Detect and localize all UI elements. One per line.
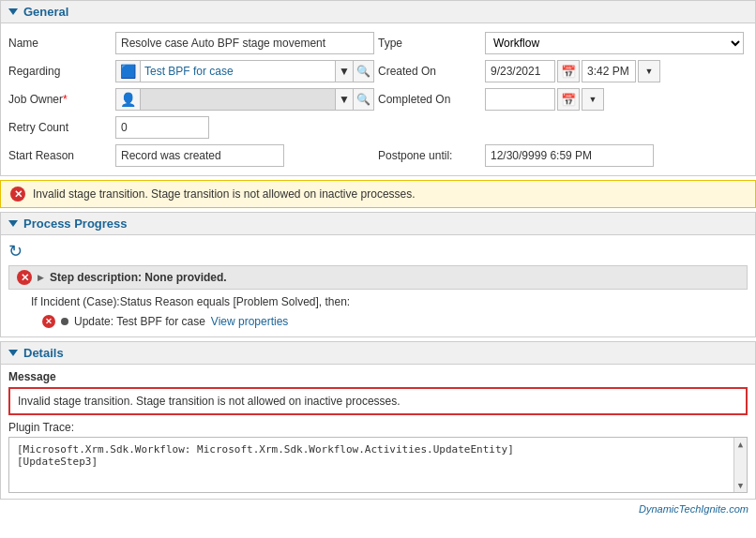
action-error-icon: ✕ (42, 315, 55, 328)
type-label: Type (378, 29, 481, 57)
start-reason-input[interactable] (115, 144, 284, 167)
refresh-icon[interactable]: ↻ (8, 241, 23, 262)
start-reason-label: Start Reason (8, 142, 112, 170)
job-owner-expand-btn[interactable]: ▼ (335, 89, 353, 110)
details-collapse-icon (8, 350, 18, 356)
action-text: Update: Test BPF for case (74, 315, 205, 328)
plugin-trace-line1: [Microsoft.Xrm.Sdk.Workflow: Microsoft.X… (17, 443, 739, 456)
step-chevron: ▶ (38, 273, 44, 282)
created-on-date-field: 📅 ▼ (485, 60, 660, 82)
step-error-icon: ✕ (17, 270, 32, 285)
created-on-time-btn[interactable]: ▼ (638, 60, 660, 82)
view-properties-link[interactable]: View properties (211, 315, 289, 328)
regarding-expand-btn[interactable]: ▼ (335, 61, 353, 82)
name-value-cell (112, 29, 378, 57)
scrollbar-up[interactable]: ▲ (736, 438, 745, 451)
details-section-header[interactable]: Details (1, 342, 755, 365)
job-owner-lookup[interactable]: 👤 ▼ 🔍 (115, 88, 374, 111)
regarding-lookup[interactable]: 🟦 Test BPF for case ▼ 🔍 (115, 60, 374, 82)
regarding-icon: 🟦 (116, 61, 141, 82)
retry-count-input[interactable] (115, 116, 209, 139)
plugin-trace-scrollbar[interactable]: ▲ ▼ (733, 438, 747, 492)
type-select[interactable]: Workflow (485, 32, 744, 54)
message-box: Invalid stage transition. Stage transiti… (8, 387, 748, 415)
details-content: Message Invalid stage transition. Stage … (1, 365, 755, 499)
plugin-trace-box[interactable]: [Microsoft.Xrm.Sdk.Workflow: Microsoft.X… (8, 437, 748, 493)
step-action: ✕ Update: Test BPF for case View propert… (8, 312, 748, 331)
general-section-header[interactable]: General (1, 1, 755, 23)
error-message: Invalid stage transition. Stage transiti… (33, 187, 416, 201)
name-label: Name (8, 29, 112, 57)
watermark: DynamicTechIgnite.com (0, 500, 756, 518)
completed-on-date-field: 📅 ▼ (485, 88, 604, 111)
message-label: Message (8, 370, 748, 383)
general-form: Name Type Workflow Regarding 🟦 Test BPF … (1, 23, 755, 175)
regarding-value-cell: 🟦 Test BPF for case ▼ 🔍 (112, 57, 378, 85)
error-icon: ✕ (10, 187, 25, 202)
plugin-trace-line2: [UpdateStep3] (17, 456, 739, 468)
step-condition: If Incident (Case):Status Reason equals … (8, 291, 748, 312)
created-on-label: Created On (378, 57, 481, 85)
error-banner: ✕ Invalid stage transition. Stage transi… (0, 180, 756, 208)
retry-count-value-cell (112, 113, 378, 142)
job-owner-label: Job Owner (8, 85, 112, 113)
regarding-label: Regarding (8, 57, 112, 85)
empty-value-1 (481, 113, 748, 142)
general-collapse-icon (8, 8, 18, 15)
start-reason-value-cell (112, 142, 378, 170)
general-title: General (23, 5, 68, 19)
step-label: Step description: None provided. (50, 271, 227, 284)
general-section: General Name Type Workflow Regarding 🟦 T… (0, 0, 756, 176)
action-bullet (61, 318, 68, 325)
postpone-until-label: Postpone until: (378, 142, 481, 170)
completed-on-label: Completed On (378, 85, 481, 113)
plugin-trace-label: Plugin Trace: (8, 421, 748, 434)
job-owner-text (141, 89, 335, 110)
scrollbar-down[interactable]: ▼ (736, 479, 745, 492)
process-progress-section: Process Progress ↻ ✕ ▶ Step description:… (0, 212, 756, 337)
created-on-value-cell: 📅 ▼ (481, 57, 748, 85)
created-on-time-input[interactable] (582, 60, 636, 82)
process-progress-header[interactable]: Process Progress (1, 213, 755, 235)
job-owner-value-cell: 👤 ▼ 🔍 (112, 85, 378, 113)
job-owner-icon: 👤 (116, 89, 141, 110)
regarding-search-btn[interactable]: 🔍 (353, 61, 373, 82)
name-input[interactable] (115, 32, 374, 54)
completed-on-cal-btn[interactable]: 📅 (557, 88, 580, 111)
created-on-date-input[interactable] (485, 60, 555, 82)
process-title: Process Progress (23, 217, 128, 231)
postpone-until-value-cell (481, 142, 748, 170)
job-owner-search-btn[interactable]: 🔍 (353, 89, 373, 110)
completed-on-value-cell: 📅 ▼ (481, 85, 748, 113)
process-content: ↻ ✕ ▶ Step description: None provided. I… (1, 235, 755, 336)
regarding-text: Test BPF for case (141, 65, 335, 78)
postpone-until-input[interactable] (485, 144, 654, 167)
empty-label-1 (378, 113, 481, 142)
type-value-cell: Workflow (481, 29, 748, 57)
details-title: Details (23, 346, 64, 360)
completed-on-time-btn[interactable]: ▼ (582, 88, 604, 111)
page-container: General Name Type Workflow Regarding 🟦 T… (0, 0, 756, 518)
process-collapse-icon (8, 220, 18, 227)
details-section: Details Message Invalid stage transition… (0, 341, 756, 500)
retry-count-label: Retry Count (8, 113, 112, 142)
completed-on-date-input[interactable] (485, 88, 555, 111)
created-on-cal-btn[interactable]: 📅 (557, 60, 580, 82)
step-row: ✕ ▶ Step description: None provided. (8, 265, 748, 290)
